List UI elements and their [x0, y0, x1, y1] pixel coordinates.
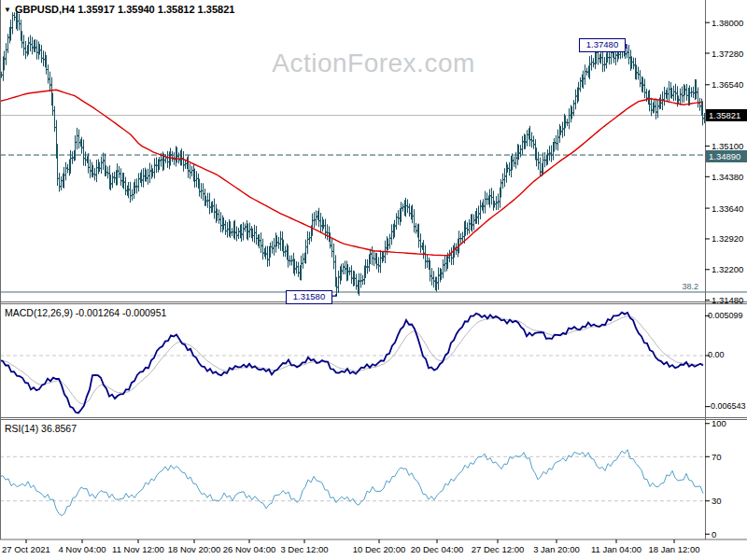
support-level-label: 1.34890: [706, 150, 747, 162]
macd-tick-label: -0.006543: [708, 401, 746, 412]
symbol-dropdown-icon[interactable]: ▼: [4, 6, 11, 14]
axis-tick-label: 1.34380: [712, 172, 743, 182]
time-axis-label: 18 Jan 12:00: [639, 544, 710, 554]
macd-tick-label: 0.00: [708, 350, 725, 360]
axis-tick-label: 1.38000: [712, 18, 743, 28]
axis-tick-label: 70: [712, 452, 722, 462]
macd-tick-label: 0.005099: [708, 311, 743, 321]
time-axis-label: 27 Oct 2021: [2, 544, 50, 554]
current-price-label: 1.35821: [706, 109, 747, 121]
high-price-annotation[interactable]: 1.37480: [579, 38, 626, 52]
axis-tick-label: 100: [712, 418, 726, 428]
axis-tick-label: 1.31480: [712, 295, 743, 305]
axis-tick-label: 1.37280: [712, 49, 743, 59]
macd-indicator-title: MACD(12,26,9) -0.001264 -0.000951: [5, 307, 166, 318]
axis-tick-label: 1.36540: [712, 79, 743, 90]
fib-382-label: 38.2: [672, 282, 698, 291]
chart-canvas[interactable]: [0, 0, 747, 560]
macd-main-line: [0, 313, 703, 413]
axis-tick-label: 0: [712, 529, 716, 539]
rsi-line: [0, 450, 703, 516]
axis-tick-label: 30: [712, 496, 722, 506]
symbol-info-bar: ▼GBPUSD,H4 1.35917 1.35940 1.35812 1.358…: [4, 4, 234, 15]
symbol-ohlc-text: GBPUSD,H4 1.35917 1.35940 1.35812 1.3582…: [15, 4, 234, 15]
candle-bars: [2, 12, 705, 296]
axis-tick-label: 1.32200: [712, 264, 743, 274]
axis-tick-label: 1.33640: [712, 203, 743, 214]
low-price-annotation[interactable]: 1.31580: [286, 290, 332, 304]
trading-chart-window: ActionForex.com ▼GBPUSD,H4 1.35917 1.359…: [0, 0, 747, 560]
axis-tick-label: 1.32920: [712, 233, 743, 244]
rsi-indicator-title: RSI(14) 36.8567: [5, 423, 77, 434]
time-axis-label: 3 Dec 12:00: [269, 544, 340, 554]
macd-signal-line: [0, 316, 703, 404]
